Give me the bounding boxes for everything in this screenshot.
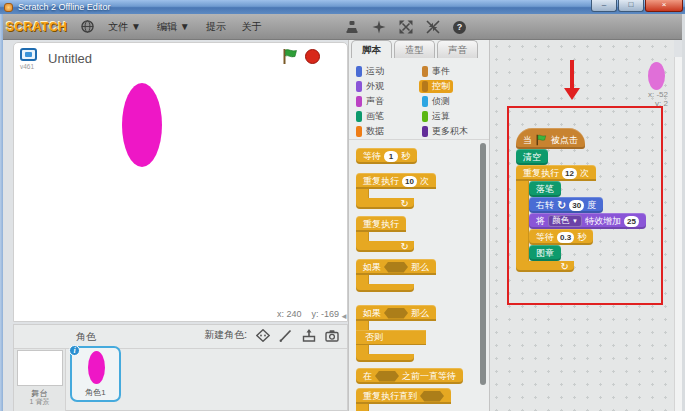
editor-tabs: 脚本 造型 声音 — [351, 40, 478, 58]
menu-about[interactable]: 关于 — [242, 20, 262, 34]
palette-block-repeat-until[interactable]: 重复执行直到 ↻ — [356, 388, 451, 411]
app-icon — [4, 3, 13, 12]
new-sprite-label: 新建角色: — [204, 328, 247, 342]
menu-edit[interactable]: 编辑 ▼ — [157, 20, 190, 34]
category-sound[interactable]: 声音 — [353, 95, 387, 108]
shrink-icon[interactable] — [426, 20, 440, 34]
palette-block-if[interactable]: 如果 那么 — [356, 259, 436, 292]
version-label: v461 — [20, 63, 34, 70]
category-events[interactable]: 事件 — [419, 65, 453, 78]
motion-swatch — [356, 66, 362, 77]
operators-swatch — [422, 111, 428, 122]
fullscreen-icon[interactable] — [20, 48, 37, 61]
sensing-swatch — [422, 96, 428, 107]
category-data[interactable]: 数据 — [353, 125, 387, 138]
menu-file[interactable]: 文件 ▼ — [108, 20, 141, 34]
sprite-panel: 角色 新建角色: — [13, 324, 348, 411]
stop-icon[interactable] — [305, 49, 320, 64]
stage-thumbnail[interactable] — [17, 350, 63, 386]
blocks-palette: 脚本 造型 声音 运动 外观 声音 画笔 数据 事件 控制 侦测 运算 更多积木… — [348, 40, 490, 411]
help-icon[interactable]: ? — [453, 21, 466, 34]
scratch-logo: SCRATCH — [6, 20, 67, 34]
sprite-preview-thumbnail — [648, 62, 665, 90]
annotation-rectangle — [507, 106, 663, 305]
condition-slot[interactable] — [420, 391, 444, 402]
title-bar: Scratch 2 Offline Editor – □ × — [0, 0, 685, 14]
events-swatch — [422, 66, 428, 77]
upload-sprite-icon[interactable] — [302, 329, 316, 342]
looks-swatch — [356, 81, 362, 92]
repeat-count-input[interactable]: 10 — [402, 176, 417, 187]
stage-backdrop-count: 1 背景 — [14, 397, 65, 407]
stage-sprite-ellipse[interactable] — [122, 83, 162, 167]
condition-slot[interactable] — [384, 262, 408, 273]
maximize-button[interactable]: □ — [618, 0, 644, 12]
condition-slot[interactable] — [375, 371, 399, 382]
tab-scripts[interactable]: 脚本 — [351, 40, 392, 58]
control-swatch — [422, 81, 428, 92]
duplicate-stamp-icon[interactable] — [345, 20, 359, 34]
panel-collapse-arrow[interactable]: ◄ — [340, 312, 348, 321]
sprite-thumbnail — [88, 351, 105, 384]
palette-block-wait[interactable]: 等待 1 秒 — [356, 148, 417, 164]
sprite-name-label: 角色1 — [72, 387, 119, 398]
grow-icon[interactable] — [399, 20, 413, 34]
close-button[interactable]: × — [645, 0, 683, 12]
wait-secs-input[interactable]: 1 — [384, 151, 398, 162]
category-pen[interactable]: 画笔 — [353, 110, 387, 123]
palette-scrollbar[interactable] — [480, 143, 486, 385]
sprite-x-readout: x: -52 — [628, 90, 668, 99]
language-globe-icon[interactable] — [81, 20, 94, 33]
category-selector: 运动 外观 声音 画笔 数据 事件 控制 侦测 运算 更多积木 — [349, 59, 489, 140]
project-title: Untitled — [48, 51, 92, 66]
annotation-arrow — [561, 60, 583, 106]
paintbrush-icon[interactable] — [279, 329, 293, 342]
pen-swatch — [356, 111, 362, 122]
mouse-x: x: 240 — [277, 309, 302, 319]
sprite-panel-header: 角色 新建角色: — [14, 325, 347, 349]
tab-sounds[interactable]: 声音 — [437, 40, 478, 58]
category-looks[interactable]: 外观 — [353, 80, 387, 93]
stage-panel: v461 Untitled x: 240 y: -169 — [13, 42, 348, 322]
condition-slot[interactable] — [384, 308, 408, 319]
palette-block-if-else[interactable]: 如果 那么 否则 — [356, 305, 436, 362]
sound-swatch — [356, 96, 362, 107]
camera-icon[interactable] — [325, 329, 339, 342]
palette-block-wait-until[interactable]: 在 之前一直等待 — [356, 368, 463, 384]
window-title: Scratch 2 Offline Editor — [18, 2, 110, 12]
palette-block-repeat[interactable]: 重复执行 10 次 ↻ — [356, 173, 436, 209]
stage-selector-column: 舞台 1 背景 — [14, 349, 66, 411]
category-sensing[interactable]: 侦测 — [419, 95, 453, 108]
loop-arrow-icon: ↻ — [401, 242, 409, 252]
window-left-border — [0, 14, 3, 411]
category-motion[interactable]: 运动 — [353, 65, 387, 78]
mouse-y: y: -169 — [311, 309, 339, 319]
sprite-info-icon[interactable]: i — [69, 345, 80, 356]
delete-icon[interactable] — [372, 20, 386, 34]
data-swatch — [356, 126, 362, 137]
mouse-position: x: 240 y: -169 — [277, 309, 339, 319]
sprites-header-label: 角色 — [76, 330, 96, 344]
tab-costumes[interactable]: 造型 — [394, 40, 435, 58]
palette-block-list: 等待 1 秒 重复执行 10 次 ↻ 重复执行 ↻ — [356, 148, 463, 411]
menu-tips[interactable]: 提示 — [206, 20, 226, 34]
scratch-editor-window: Scratch 2 Offline Editor – □ × SCRATCH 文… — [0, 0, 685, 411]
more-blocks-swatch — [422, 126, 428, 137]
category-operators[interactable]: 运算 — [419, 110, 453, 123]
loop-arrow-icon: ↻ — [401, 199, 409, 209]
green-flag-icon[interactable] — [282, 48, 299, 65]
category-control[interactable]: 控制 — [419, 80, 453, 93]
scripts-scrollbar-track[interactable] — [674, 57, 682, 411]
sprite-card[interactable]: i 角色1 — [70, 346, 121, 402]
sprite-library-icon[interactable] — [256, 329, 270, 342]
minimize-button[interactable]: – — [591, 0, 617, 12]
category-more-blocks[interactable]: 更多积木 — [419, 125, 471, 138]
menu-bar: SCRATCH 文件 ▼ 编辑 ▼ 提示 关于 — [0, 14, 685, 40]
palette-block-forever[interactable]: 重复执行 ↻ — [356, 216, 414, 252]
